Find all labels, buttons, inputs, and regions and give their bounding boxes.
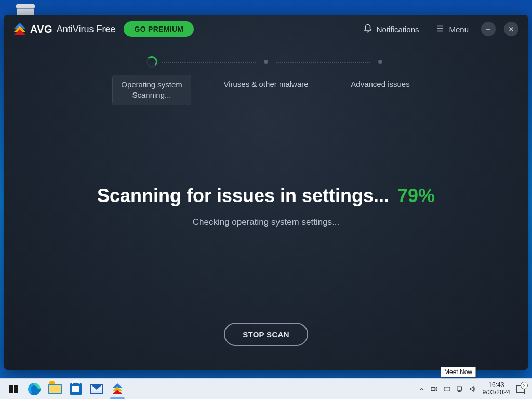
menu-label: Menu	[449, 25, 469, 34]
dot-icon	[264, 60, 268, 64]
spinner-icon	[146, 56, 157, 68]
step1-title: Operating system	[121, 79, 182, 90]
tray-time: 16:43	[488, 382, 504, 389]
avg-app-window: AVG AntiVirus Free GO PREMIUM Notificati…	[4, 15, 528, 370]
close-button[interactable]	[504, 22, 518, 36]
app-logo: AVG AntiVirus Free	[14, 23, 115, 35]
scan-status: Scanning for issues in settings... 79% C…	[4, 105, 528, 323]
notifications-button[interactable]: Notifications	[359, 21, 423, 38]
start-button[interactable]	[3, 379, 24, 400]
hamburger-icon	[435, 24, 445, 35]
tray-meet-now[interactable]	[428, 379, 441, 399]
svg-marker-12	[470, 387, 473, 391]
product-text: AntiVirus Free	[57, 24, 116, 35]
taskbar-file-explorer[interactable]	[45, 379, 65, 400]
windows-taskbar: 16:43 9/03/2024 2	[0, 378, 532, 399]
tray-action-center[interactable]: 2	[513, 379, 529, 399]
stop-scan-button[interactable]: STOP SCAN	[224, 323, 308, 346]
tray-network[interactable]	[454, 379, 467, 399]
notification-badge: 2	[521, 382, 528, 389]
scan-percent: 79%	[397, 185, 435, 207]
edge-icon	[28, 383, 41, 395]
scan-steps: Operating system Scanning... Viruses & o…	[4, 44, 528, 105]
taskbar-store[interactable]	[65, 379, 86, 400]
brand-text: AVG	[30, 23, 52, 35]
step-advanced: Advanced issues	[323, 56, 437, 94]
avg-taskbar-icon	[111, 382, 124, 396]
tray-volume[interactable]	[467, 379, 480, 399]
menu-button[interactable]: Menu	[431, 21, 473, 38]
scan-subtitle: Checking operating system settings...	[193, 217, 340, 228]
bell-icon	[363, 24, 373, 35]
go-premium-button[interactable]: GO PREMIUM	[124, 21, 194, 37]
taskbar-mail[interactable]	[86, 379, 107, 400]
tray-date: 9/03/2024	[483, 389, 510, 396]
tray-overflow-button[interactable]	[416, 379, 428, 399]
step1-status: Scanning...	[121, 90, 182, 100]
minimize-button[interactable]	[481, 22, 496, 36]
step2-title: Viruses & other malware	[223, 79, 308, 89]
taskbar-avg[interactable]	[107, 379, 128, 400]
svg-rect-8	[444, 387, 449, 391]
system-tray: 16:43 9/03/2024 2	[416, 379, 529, 399]
svg-rect-6	[431, 387, 435, 390]
step-operating-system: Operating system Scanning...	[95, 56, 209, 105]
tray-input-indicator[interactable]	[441, 379, 454, 399]
notifications-label: Notifications	[377, 25, 419, 34]
taskbar-edge[interactable]	[24, 379, 45, 400]
windows-start-icon	[9, 385, 18, 393]
svg-rect-9	[457, 387, 461, 390]
app-header: AVG AntiVirus Free GO PREMIUM Notificati…	[4, 15, 528, 44]
scan-headline: Scanning for issues in settings...	[97, 185, 389, 207]
folder-icon	[48, 384, 62, 394]
mail-icon	[90, 384, 103, 394]
store-icon	[70, 383, 82, 395]
step3-title: Advanced issues	[351, 79, 409, 89]
step-viruses: Viruses & other malware	[209, 56, 323, 94]
taskbar-tooltip: Meet Now	[441, 367, 476, 377]
dot-icon	[378, 60, 382, 64]
avg-logo-icon	[14, 23, 26, 35]
svg-marker-7	[435, 387, 437, 390]
tray-clock[interactable]: 16:43 9/03/2024	[480, 379, 513, 399]
